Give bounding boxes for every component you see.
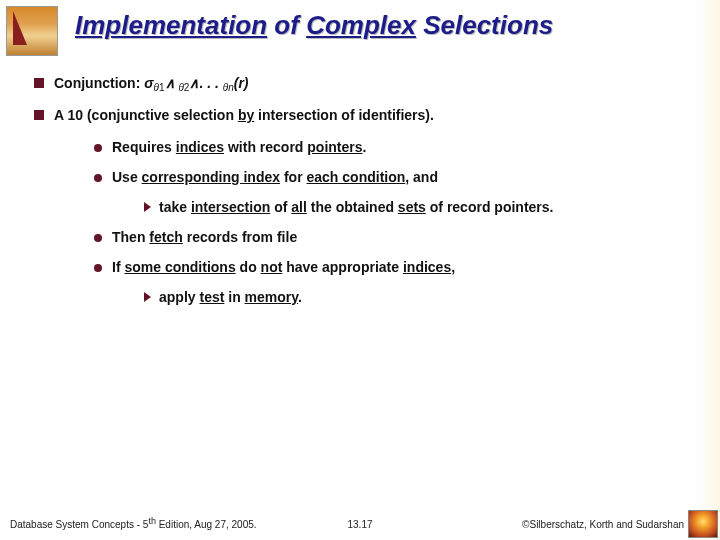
t: Then [112,229,149,245]
bullet-text: A 10 (conjunctive selection by intersect… [54,107,434,123]
dots: . . . [199,75,222,91]
dot-bullet-icon [94,264,102,272]
t: take [159,199,191,215]
header-thumbnail [6,6,58,56]
t: records from file [183,229,297,245]
t: of record pointers. [426,199,554,215]
t: , and [405,169,438,185]
t: all [291,199,307,215]
title-word-2: of [267,10,306,40]
sailboat-icon [13,11,27,45]
slide-title: Implementation of Complex Selections [75,10,700,41]
t: . [298,289,302,305]
bullet-text: If some conditions do not have appropria… [112,259,455,275]
conjunction-label: Conjunction: [54,75,144,91]
t: indices [176,139,224,155]
footer-page-number: 13.17 [347,519,372,530]
bullet-a10: A 10 (conjunctive selection by intersect… [34,107,690,123]
footer-sunset-icon [688,510,718,538]
t: the obtained [307,199,398,215]
slide-body: Conjunction: σθ1∧ θ2∧. . . θn(r) A 10 (c… [34,75,690,317]
t: corresponding index [142,169,280,185]
t: pointers [307,139,362,155]
title-word-3: Complex [306,10,416,40]
t: Requires [112,139,176,155]
t: , [451,259,455,275]
t: If [112,259,124,275]
t: have appropriate [282,259,403,275]
bullet-then-fetch: Then fetch records from file [94,229,690,245]
bullet-if-conditions: If some conditions do not have appropria… [94,259,690,275]
dot-bullet-icon [94,234,102,242]
footer-left-1: Database System Concepts - 5 [10,519,148,530]
and-2: ∧ [189,75,199,91]
footer-left-2: Edition, Aug 27, 2005. [156,519,257,530]
a10-rest: intersection of identifiers). [254,107,434,123]
dot-bullet-icon [94,144,102,152]
bullet-requires: Requires indices with record pointers. [94,139,690,155]
bullet-text: Requires indices with record pointers. [112,139,366,155]
slide: Implementation of Complex Selections Con… [0,0,720,540]
footer-left: Database System Concepts - 5th Edition, … [10,519,257,530]
a10-by: by [238,107,254,123]
bullet-text: Use corresponding index for each conditi… [112,169,438,185]
title-word-1: Implementation [75,10,267,40]
footer-left-sup: th [148,516,156,526]
sub-n: n [228,82,234,93]
t: each condition [307,169,406,185]
t: apply [159,289,199,305]
sigma-symbol: σ [144,75,153,91]
t: indices [403,259,451,275]
t: not [261,259,283,275]
t: Use [112,169,142,185]
t: do [236,259,261,275]
arrow-bullet-icon [144,202,151,212]
sub-1: 1 [159,82,165,93]
t: intersection [191,199,270,215]
bullet-use-index: Use corresponding index for each conditi… [94,169,690,185]
dot-bullet-icon [94,174,102,182]
t: with record [224,139,307,155]
bullet-text: Then fetch records from file [112,229,297,245]
t: sets [398,199,426,215]
bullet-text: Conjunction: σθ1∧ θ2∧. . . θn(r) [54,75,249,91]
t: in [224,289,244,305]
t: for [280,169,306,185]
t: . [363,139,367,155]
bullet-conjunction: Conjunction: σθ1∧ θ2∧. . . θn(r) [34,75,690,91]
footer-copyright: ©Silberschatz, Korth and Sudarshan [522,519,684,530]
t: fetch [149,229,182,245]
a10-text: A 10 (conjunctive selection [54,107,238,123]
t: test [199,289,224,305]
square-bullet-icon [34,78,44,88]
t: memory [245,289,298,305]
square-bullet-icon [34,110,44,120]
theta-2: θ [178,82,183,93]
and-1: ∧ [165,75,175,91]
t: some conditions [124,259,235,275]
bullet-apply-test: apply test in memory. [144,289,690,305]
title-word-4: Selections [416,10,553,40]
bullet-text: apply test in memory. [159,289,302,305]
r-arg: (r) [234,75,249,91]
t: of [270,199,291,215]
bullet-text: take intersection of all the obtained se… [159,199,553,215]
sub-2: 2 [184,82,190,93]
bullet-take-intersection: take intersection of all the obtained se… [144,199,690,215]
arrow-bullet-icon [144,292,151,302]
